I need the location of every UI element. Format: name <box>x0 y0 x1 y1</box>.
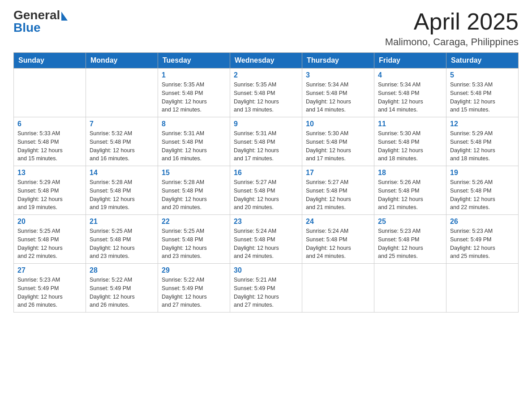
day-number: 8 <box>162 120 226 128</box>
calendar-cell: 12Sunrise: 5:29 AMSunset: 5:48 PMDayligh… <box>446 117 519 166</box>
day-number: 30 <box>234 266 298 274</box>
calendar-cell: 13Sunrise: 5:29 AMSunset: 5:48 PMDayligh… <box>14 166 86 215</box>
calendar-cell: 7Sunrise: 5:32 AMSunset: 5:48 PMDaylight… <box>86 117 158 166</box>
calendar-cell: 19Sunrise: 5:26 AMSunset: 5:48 PMDayligh… <box>446 166 519 215</box>
calendar-cell: 14Sunrise: 5:28 AMSunset: 5:48 PMDayligh… <box>86 166 158 215</box>
calendar-cell: 4Sunrise: 5:34 AMSunset: 5:48 PMDaylight… <box>374 68 446 117</box>
header-day-tuesday: Tuesday <box>158 53 230 68</box>
calendar-cell <box>302 264 374 313</box>
day-info: Sunrise: 5:34 AMSunset: 5:48 PMDaylight:… <box>306 81 370 114</box>
calendar-cell: 22Sunrise: 5:25 AMSunset: 5:48 PMDayligh… <box>158 215 230 264</box>
logo-triangle-icon <box>61 12 68 21</box>
day-info: Sunrise: 5:25 AMSunset: 5:48 PMDaylight:… <box>17 227 82 261</box>
day-number: 5 <box>450 71 515 79</box>
week-row-3: 13Sunrise: 5:29 AMSunset: 5:48 PMDayligh… <box>14 166 519 215</box>
day-number: 6 <box>17 120 82 128</box>
day-number: 11 <box>378 120 442 128</box>
calendar-cell <box>374 264 446 313</box>
day-info: Sunrise: 5:31 AMSunset: 5:48 PMDaylight:… <box>234 129 298 163</box>
calendar-cell: 26Sunrise: 5:23 AMSunset: 5:49 PMDayligh… <box>446 215 519 264</box>
calendar-cell: 15Sunrise: 5:28 AMSunset: 5:48 PMDayligh… <box>158 166 230 215</box>
day-number: 16 <box>234 169 298 177</box>
calendar-cell <box>86 68 158 117</box>
day-info: Sunrise: 5:32 AMSunset: 5:48 PMDaylight:… <box>90 129 154 163</box>
day-number: 25 <box>378 218 442 226</box>
calendar-cell: 30Sunrise: 5:21 AMSunset: 5:49 PMDayligh… <box>230 264 302 313</box>
day-info: Sunrise: 5:23 AMSunset: 5:49 PMDaylight:… <box>17 276 82 309</box>
day-number: 22 <box>162 218 226 226</box>
calendar-cell <box>14 68 86 117</box>
day-number: 20 <box>17 218 82 226</box>
calendar-table: SundayMondayTuesdayWednesdayThursdayFrid… <box>13 52 519 313</box>
day-info: Sunrise: 5:26 AMSunset: 5:48 PMDaylight:… <box>378 178 442 212</box>
day-number: 24 <box>306 218 370 226</box>
day-number: 13 <box>17 169 82 177</box>
day-info: Sunrise: 5:31 AMSunset: 5:48 PMDaylight:… <box>162 129 226 163</box>
calendar-cell: 18Sunrise: 5:26 AMSunset: 5:48 PMDayligh… <box>374 166 446 215</box>
day-info: Sunrise: 5:27 AMSunset: 5:48 PMDaylight:… <box>306 178 370 212</box>
calendar-cell: 9Sunrise: 5:31 AMSunset: 5:48 PMDaylight… <box>230 117 302 166</box>
calendar-title: April 2025 <box>385 9 519 34</box>
day-info: Sunrise: 5:24 AMSunset: 5:48 PMDaylight:… <box>234 227 298 261</box>
day-number: 1 <box>162 71 226 79</box>
calendar-cell: 11Sunrise: 5:30 AMSunset: 5:48 PMDayligh… <box>374 117 446 166</box>
calendar-cell: 1Sunrise: 5:35 AMSunset: 5:48 PMDaylight… <box>158 68 230 117</box>
day-info: Sunrise: 5:28 AMSunset: 5:48 PMDaylight:… <box>90 178 154 212</box>
calendar-cell: 20Sunrise: 5:25 AMSunset: 5:48 PMDayligh… <box>14 215 86 264</box>
logo: General Blue <box>13 9 68 34</box>
day-number: 7 <box>90 120 154 128</box>
header-day-saturday: Saturday <box>446 53 519 68</box>
day-number: 26 <box>450 218 515 226</box>
day-number: 21 <box>90 218 154 226</box>
calendar-body: 1Sunrise: 5:35 AMSunset: 5:48 PMDaylight… <box>14 68 519 313</box>
day-number: 18 <box>378 169 442 177</box>
day-number: 29 <box>162 266 226 274</box>
week-row-5: 27Sunrise: 5:23 AMSunset: 5:49 PMDayligh… <box>14 264 519 313</box>
header-row: SundayMondayTuesdayWednesdayThursdayFrid… <box>14 53 519 68</box>
header-day-wednesday: Wednesday <box>230 53 302 68</box>
calendar-cell: 27Sunrise: 5:23 AMSunset: 5:49 PMDayligh… <box>14 264 86 313</box>
day-number: 14 <box>90 169 154 177</box>
day-info: Sunrise: 5:29 AMSunset: 5:48 PMDaylight:… <box>450 129 515 163</box>
calendar-cell: 2Sunrise: 5:35 AMSunset: 5:48 PMDaylight… <box>230 68 302 117</box>
header-day-monday: Monday <box>86 53 158 68</box>
day-number: 19 <box>450 169 515 177</box>
day-info: Sunrise: 5:27 AMSunset: 5:48 PMDaylight:… <box>234 178 298 212</box>
location-subtitle: Malimono, Caraga, Philippines <box>385 36 519 48</box>
day-info: Sunrise: 5:24 AMSunset: 5:48 PMDaylight:… <box>306 227 370 261</box>
day-number: 9 <box>234 120 298 128</box>
week-row-4: 20Sunrise: 5:25 AMSunset: 5:48 PMDayligh… <box>14 215 519 264</box>
page-header: General Blue April 2025 Malimono, Caraga… <box>13 9 519 48</box>
calendar-cell: 6Sunrise: 5:33 AMSunset: 5:48 PMDaylight… <box>14 117 86 166</box>
day-number: 17 <box>306 169 370 177</box>
calendar-cell: 3Sunrise: 5:34 AMSunset: 5:48 PMDaylight… <box>302 68 374 117</box>
calendar-cell: 16Sunrise: 5:27 AMSunset: 5:48 PMDayligh… <box>230 166 302 215</box>
header-day-thursday: Thursday <box>302 53 374 68</box>
day-info: Sunrise: 5:28 AMSunset: 5:48 PMDaylight:… <box>162 178 226 212</box>
day-number: 27 <box>17 266 82 274</box>
week-row-2: 6Sunrise: 5:33 AMSunset: 5:48 PMDaylight… <box>14 117 519 166</box>
day-info: Sunrise: 5:29 AMSunset: 5:48 PMDaylight:… <box>17 178 82 212</box>
calendar-cell <box>446 264 519 313</box>
week-row-1: 1Sunrise: 5:35 AMSunset: 5:48 PMDaylight… <box>14 68 519 117</box>
day-number: 23 <box>234 218 298 226</box>
calendar-cell: 10Sunrise: 5:30 AMSunset: 5:48 PMDayligh… <box>302 117 374 166</box>
day-number: 15 <box>162 169 226 177</box>
calendar-cell: 28Sunrise: 5:22 AMSunset: 5:49 PMDayligh… <box>86 264 158 313</box>
calendar-header: SundayMondayTuesdayWednesdayThursdayFrid… <box>14 53 519 68</box>
logo-general-text: General <box>13 9 68 21</box>
day-number: 3 <box>306 71 370 79</box>
calendar-cell: 25Sunrise: 5:23 AMSunset: 5:48 PMDayligh… <box>374 215 446 264</box>
calendar-cell: 29Sunrise: 5:22 AMSunset: 5:49 PMDayligh… <box>158 264 230 313</box>
day-info: Sunrise: 5:23 AMSunset: 5:49 PMDaylight:… <box>450 227 515 261</box>
calendar-cell: 23Sunrise: 5:24 AMSunset: 5:48 PMDayligh… <box>230 215 302 264</box>
day-info: Sunrise: 5:34 AMSunset: 5:48 PMDaylight:… <box>378 81 442 114</box>
day-info: Sunrise: 5:26 AMSunset: 5:48 PMDaylight:… <box>450 178 515 212</box>
header-day-friday: Friday <box>374 53 446 68</box>
day-info: Sunrise: 5:21 AMSunset: 5:49 PMDaylight:… <box>234 276 298 309</box>
day-number: 2 <box>234 71 298 79</box>
calendar-cell: 5Sunrise: 5:33 AMSunset: 5:48 PMDaylight… <box>446 68 519 117</box>
title-section: April 2025 Malimono, Caraga, Philippines <box>385 9 519 48</box>
day-info: Sunrise: 5:30 AMSunset: 5:48 PMDaylight:… <box>306 129 370 163</box>
day-info: Sunrise: 5:22 AMSunset: 5:49 PMDaylight:… <box>90 276 154 309</box>
